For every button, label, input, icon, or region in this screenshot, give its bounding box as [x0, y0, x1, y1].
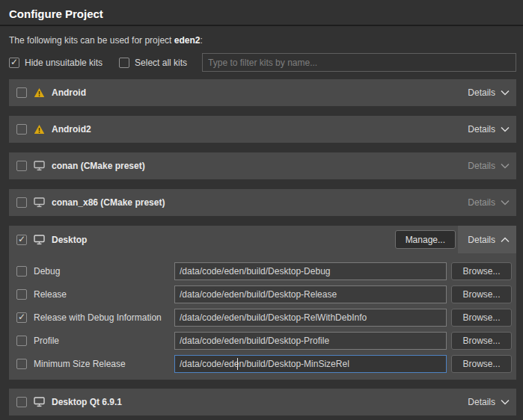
hide-unsuitable-label: Hide unsuitable kits: [25, 58, 103, 68]
title-separator: [0, 25, 523, 26]
warning-icon: [34, 124, 45, 135]
project-name: eden2: [174, 35, 201, 46]
kit-name: Desktop: [52, 235, 87, 245]
config-label: Release with Debug Information: [34, 309, 162, 327]
details-button[interactable]: Details: [458, 79, 516, 106]
check-icon: ✓: [18, 312, 25, 321]
build-dir-input[interactable]: [174, 285, 447, 303]
build-dir-input[interactable]: [174, 309, 447, 327]
browse-button[interactable]: Browse...: [451, 355, 512, 373]
chevron-down-icon: [501, 126, 510, 132]
kit-name: conan (CMake preset): [52, 161, 145, 171]
details-label: Details: [468, 124, 495, 135]
intro-prefix: The following kits can be used for proje…: [9, 35, 174, 46]
build-dir-input[interactable]: [174, 355, 447, 373]
config-row-minsizerel: Minimum Size Release Browse...: [9, 355, 516, 373]
kit-checkbox[interactable]: [16, 161, 27, 171]
details-button[interactable]: Details: [458, 152, 516, 179]
check-icon: ✓: [10, 58, 18, 67]
details-label: Details: [468, 235, 495, 245]
desktop-icon: [34, 197, 45, 208]
config-checkbox[interactable]: [16, 266, 27, 277]
chevron-down-icon: [501, 200, 510, 206]
text-cursor: [237, 358, 238, 370]
config-label: Release: [34, 285, 67, 303]
kit-checkbox[interactable]: [16, 87, 27, 98]
kit-row-desktop-qt: Desktop Qt 6.9.1 Details: [9, 389, 516, 416]
warning-icon: [34, 87, 45, 98]
config-checkbox[interactable]: [16, 336, 27, 346]
hide-unsuitable-checkbox[interactable]: ✓: [9, 58, 19, 68]
build-dir-input[interactable]: [174, 262, 447, 280]
kit-filter-input[interactable]: [202, 53, 516, 72]
details-button[interactable]: Details: [458, 226, 516, 253]
desktop-icon: [34, 397, 45, 407]
details-label: Details: [468, 197, 495, 208]
kit-checkbox[interactable]: [16, 397, 27, 407]
config-checkbox[interactable]: ✓: [16, 312, 27, 323]
chevron-up-icon: [501, 237, 510, 243]
kit-row-conan-x86: conan_x86 (CMake preset) Details: [9, 189, 516, 216]
details-label: Details: [468, 87, 495, 98]
intro-suffix: :: [200, 35, 202, 46]
config-row-debug: Debug Browse...: [9, 262, 516, 280]
kit-row-android: Android Details: [9, 79, 516, 106]
browse-button[interactable]: Browse...: [451, 309, 512, 327]
select-all-label: Select all kits: [135, 58, 187, 68]
kit-name: Desktop Qt 6.9.1: [52, 397, 122, 407]
details-button[interactable]: Details: [458, 389, 516, 416]
config-checkbox[interactable]: [16, 359, 27, 369]
kit-row-android2: Android2 Details: [9, 116, 516, 143]
config-row-relwithdebinfo: ✓ Release with Debug Information Browse.…: [9, 309, 516, 327]
kit-row-conan: conan (CMake preset) Details: [9, 152, 516, 179]
chevron-down-icon: [501, 163, 510, 169]
manage-kits-button[interactable]: Manage...: [395, 230, 456, 249]
browse-button[interactable]: Browse...: [451, 262, 512, 280]
kit-checkbox[interactable]: ✓: [16, 235, 27, 245]
kit-panel-desktop: ✓ Desktop Manage... Details Debug Browse…: [9, 226, 516, 380]
details-label: Details: [468, 397, 495, 407]
config-label: Minimum Size Release: [34, 355, 126, 373]
browse-button[interactable]: Browse...: [451, 285, 512, 303]
config-row-release: Release Browse...: [9, 285, 516, 303]
details-label: Details: [468, 161, 495, 171]
kit-name: conan_x86 (CMake preset): [52, 197, 165, 208]
kit-name: Android: [52, 87, 86, 98]
chevron-down-icon: [501, 399, 510, 405]
desktop-icon: [34, 161, 45, 171]
details-button[interactable]: Details: [458, 189, 516, 216]
kit-name: Android2: [52, 124, 91, 135]
build-dir-input[interactable]: [174, 332, 447, 350]
kit-checkbox[interactable]: [16, 124, 27, 135]
config-checkbox[interactable]: [16, 289, 27, 300]
details-button[interactable]: Details: [458, 116, 516, 143]
kit-row-desktop: ✓ Desktop Manage... Details: [9, 226, 516, 253]
config-label: Profile: [34, 332, 59, 350]
kit-checkbox[interactable]: [16, 197, 27, 208]
chevron-down-icon: [501, 90, 510, 96]
page-title: Configure Project: [9, 7, 514, 20]
intro-text: The following kits can be used for proje…: [9, 35, 514, 46]
browse-button[interactable]: Browse...: [451, 332, 512, 350]
select-all-checkbox[interactable]: [119, 58, 129, 68]
config-row-profile: Profile Browse...: [9, 332, 516, 350]
config-label: Debug: [34, 262, 60, 280]
check-icon: ✓: [18, 235, 25, 244]
desktop-icon: [34, 235, 45, 245]
filter-bar: ✓ Hide unsuitable kits Select all kits: [9, 53, 516, 72]
kit-list: Android Details Android2 Details conan (…: [0, 79, 523, 416]
